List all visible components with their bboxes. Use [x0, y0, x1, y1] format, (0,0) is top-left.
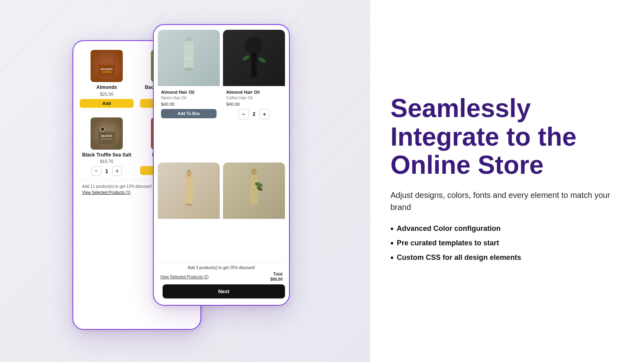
phone-front-footer: Add 3 product(s) to get 25% discount! Vi… — [158, 262, 285, 305]
front-product-image-2 — [223, 30, 285, 86]
front-total-label: Total — [270, 272, 283, 277]
phones-wrapper: BELMONT ALMONDS Almonds $25.56 Add — [72, 24, 298, 338]
front-product-image-3 — [158, 162, 220, 219]
svg-point-24 — [245, 37, 263, 55]
svg-text:BELMONT: BELMONT — [101, 68, 113, 70]
feature-list: Advanced Color configuration Pre curated… — [390, 224, 620, 268]
front-qty-value-2: 2 — [250, 111, 258, 117]
front-footer-row: View Selected Products (2) Total $80.00 — [160, 272, 283, 282]
product-price-almonds: $25.56 — [100, 92, 114, 97]
svg-point-27 — [242, 54, 250, 62]
front-product-card-4 — [223, 162, 285, 262]
front-qty-control-2: − 2 + — [226, 109, 282, 119]
bottle-cream-svg — [178, 167, 200, 215]
front-product-image-1 — [158, 30, 220, 86]
svg-point-11 — [101, 127, 105, 131]
front-card-info-2: Almond Hair Oil Coffee Hair Oil $40.00 −… — [223, 86, 285, 159]
front-card-name-2: Almond Hair Oil — [226, 89, 282, 95]
subtitle: Adjust designs, colors, fonts and every … — [390, 189, 620, 213]
front-product-card-2: Almond Hair Oil Coffee Hair Oil $40.00 −… — [223, 30, 285, 159]
front-discount-text: Add 3 product(s) to get 25% discount! — [160, 265, 283, 270]
svg-rect-31 — [188, 170, 190, 171]
feature-item-3: Custom CSS for all design elements — [390, 253, 620, 262]
bottle-natural-svg — [242, 167, 266, 215]
svg-rect-25 — [251, 55, 257, 77]
product-name-almonds: Almonds — [96, 84, 117, 91]
qty-decrease-black-truffle[interactable]: − — [91, 166, 101, 176]
add-to-box-button-1[interactable]: Add To Box — [161, 109, 217, 118]
svg-rect-22 — [185, 58, 193, 59]
almond-can-svg: BELMONT ALMONDS — [93, 52, 121, 80]
svg-rect-20 — [184, 41, 194, 69]
front-card-price-1: $40.00 — [161, 102, 217, 107]
back-view-link[interactable]: View Selected Products (1) — [82, 190, 130, 195]
front-card-subname-2: Coffee Hair Oil — [226, 96, 282, 100]
front-card-name-1: Almond Hair Oil — [161, 89, 217, 95]
front-card-info-4 — [223, 219, 285, 262]
svg-rect-35 — [252, 169, 256, 171]
product-card-almonds: BELMONT ALMONDS Almonds $25.56 Add — [78, 47, 135, 111]
phone-front: Almond Hair Oil Neem Hair Oil $40.00 Add… — [153, 24, 290, 306]
svg-text:TRUFFLE SALT: TRUFFLE SALT — [101, 138, 113, 140]
bottle-dark-svg — [240, 34, 268, 82]
svg-rect-29 — [185, 177, 193, 205]
svg-point-26 — [251, 53, 257, 56]
front-product-grid: Almond Hair Oil Neem Hair Oil $40.00 Add… — [158, 30, 285, 262]
svg-rect-1 — [100, 60, 114, 65]
svg-rect-19 — [186, 38, 192, 41]
svg-rect-30 — [187, 171, 191, 177]
headline: Seamlessly Integrate to the Online Store — [390, 94, 620, 179]
svg-rect-33 — [250, 175, 258, 205]
product-image-almonds: BELMONT ALMONDS — [91, 50, 123, 82]
front-card-info-1: Almond Hair Oil Neem Hair Oil $40.00 Add… — [158, 86, 220, 159]
qty-value-black-truffle: 1 — [103, 168, 110, 174]
add-button-almonds[interactable]: Add — [80, 99, 134, 108]
qty-control-black-truffle: − 1 + — [91, 166, 122, 176]
svg-text:ALMONDS: ALMONDS — [102, 71, 112, 73]
svg-point-28 — [258, 56, 266, 64]
right-section: Seamlessly Integrate to the Online Store… — [370, 0, 644, 362]
product-card-black-truffle: BELMONT TRUFFLE SALT Black Truffle Sea S… — [78, 114, 135, 179]
front-qty-increase-2[interactable]: + — [259, 109, 270, 119]
phone-front-content: Almond Hair Oil Neem Hair Oil $40.00 Add… — [154, 25, 289, 305]
front-total: Total $80.00 — [270, 272, 283, 282]
product-image-black-truffle: BELMONT TRUFFLE SALT — [91, 117, 123, 150]
front-product-image-4 — [223, 162, 285, 219]
feature-item-1: Advanced Color configuration — [390, 224, 620, 233]
feature-item-2: Pre curated templates to start — [390, 239, 620, 248]
left-section: BELMONT ALMONDS Almonds $25.56 Add — [0, 0, 370, 362]
product-name-black-truffle: Black Truffle Sea Salt — [82, 152, 131, 158]
svg-text:BELMONT: BELMONT — [101, 135, 112, 137]
next-button[interactable]: Next — [163, 284, 285, 298]
bottle-light-svg — [177, 34, 201, 82]
front-product-card-1: Almond Hair Oil Neem Hair Oil $40.00 Add… — [158, 30, 220, 159]
front-card-price-2: $40.00 — [226, 102, 282, 107]
front-card-info-3 — [158, 219, 220, 262]
front-product-card-3 — [158, 162, 220, 262]
svg-point-23 — [184, 68, 194, 71]
qty-increase-black-truffle[interactable]: + — [112, 166, 122, 176]
product-price-black-truffle: $16.76 — [100, 159, 114, 164]
front-total-value: $80.00 — [270, 277, 283, 282]
svg-point-32 — [185, 204, 192, 206]
front-view-link[interactable]: View Selected Products (2) — [160, 275, 208, 279]
svg-rect-21 — [185, 46, 193, 47]
front-qty-decrease-2[interactable]: − — [238, 109, 249, 119]
front-card-subname-1: Neem Hair Oil — [161, 96, 217, 100]
svg-rect-34 — [251, 171, 257, 175]
black-truffle-can-svg: BELMONT TRUFFLE SALT — [93, 119, 121, 148]
